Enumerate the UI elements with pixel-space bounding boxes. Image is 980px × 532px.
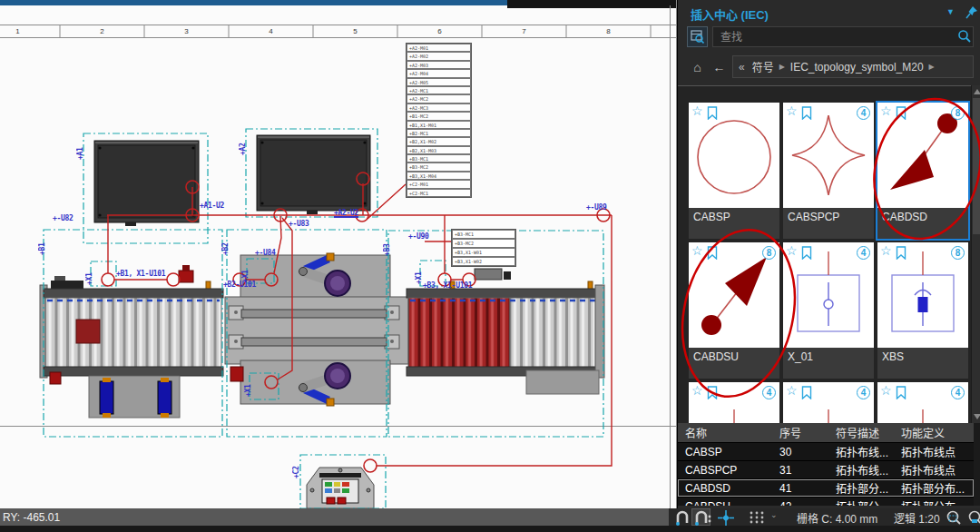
cell-name: CABDSU [678,500,772,507]
variant-count-badge: 4 [951,386,965,399]
table-row[interactable]: CABSP 30 拓扑布线... 拓扑布线点 [678,443,974,461]
chevron-down-icon[interactable]: ⌄ [770,510,778,519]
search-icon[interactable] [957,29,972,44]
symbol-tile[interactable]: ☆ 4 [783,382,874,423]
star-icon[interactable]: ☆ [691,243,703,258]
bookmark-icon[interactable] [896,106,906,120]
symbol-tile-cabdsu[interactable]: ☆ 8 CABDSU [689,242,779,379]
star-icon[interactable]: ☆ [786,243,798,258]
symbol-tile-x01[interactable]: ☆ 4 X_01 [783,242,874,379]
cell-symbol-desc: 拓扑布线... [828,444,894,459]
zoom-window-icon[interactable] [946,509,962,527]
bookmark-icon[interactable] [801,246,812,260]
drawing-canvas[interactable]: 1 2 3 4 5 6 7 8 [0,0,677,508]
scroll-down-icon[interactable] [974,414,980,419]
object-snap-icon[interactable] [673,509,691,526]
table-row[interactable]: CABSPCP 31 拓扑布线... 拓扑布线点 [678,461,974,479]
object-snap-tracking-icon[interactable] [693,509,713,526]
search-field[interactable] [712,26,974,47]
table-search-icon [691,30,704,44]
symbol-tile[interactable]: ☆ 4 [877,382,968,423]
variant-count-badge: 8 [951,106,965,120]
symbol-tile[interactable]: ☆ 4 [689,382,779,423]
variant-count-badge: 4 [857,246,870,260]
tracking-crosshair-icon[interactable] [717,509,735,527]
tag-a1u2: +A1-U2 [200,202,224,210]
breadcrumb[interactable]: « 符号 ▶ IEC_topology_symbol_M20 ▶ [732,55,974,78]
star-icon[interactable]: ☆ [691,103,703,118]
legend-row: +B1-MC2 [407,112,471,120]
tile-label: CABDSU [689,348,779,379]
search-input[interactable] [713,27,973,46]
legend-row: +B3-MC1 [407,154,471,163]
chevron-right-icon: ▶ [779,63,785,71]
symbol-tile-cabsp[interactable]: ☆ CABSP [689,103,779,239]
scrollbar-thumb[interactable] [973,98,980,234]
legend-row: +B2,X1-M03 [407,146,471,154]
chevron-down-icon[interactable]: ▼ [946,7,955,16]
bookmark-icon[interactable] [801,106,812,120]
status-bar-lower [0,526,980,532]
table-row[interactable]: CABDSU 42 拓扑部分... 拓扑部分布... [678,498,974,506]
legend-row: +B2-MC1 [407,129,471,137]
legend-row: +C2-M01 [407,180,471,188]
star-icon[interactable]: ☆ [786,103,798,118]
col-header-symbol-desc[interactable]: 符号描述 [828,425,894,440]
back-button[interactable]: ← [709,56,730,77]
zoom-extents-icon[interactable] [967,509,980,527]
variant-count-badge: 4 [857,106,870,120]
insert-center-panel: 插入中心 (IEC) ▼ ⌂ ← « 符号 ▶ IEC_topo [677,0,980,508]
tag-b1: +B1 [38,232,46,255]
col-header-name[interactable]: 名称 [678,425,772,440]
star-icon[interactable]: ☆ [880,103,892,118]
wire-row: +B3,X1-W01 [452,248,515,257]
grid-display-icon[interactable] [749,509,765,526]
table-row-selected[interactable]: CABDSD 41 拓扑部分... 拓扑部分布... [678,479,974,498]
search-filter-button[interactable] [687,26,708,47]
legend-row: +A2-M03 [407,61,471,69]
scroll-up-icon[interactable] [974,89,980,94]
tag-a2u2: +A2-U2 [334,209,358,218]
col-header-number[interactable]: 序号 [772,425,828,440]
grid-spacing-label[interactable]: 栅格 C: 4.00 mm [797,510,877,526]
legend-row: +A2-MC3 [407,103,471,112]
symbol-tile-cabdsd[interactable]: ☆ 8 CABDSD [877,103,968,239]
cell-name: CABSPCP [678,464,772,477]
bookmark-icon[interactable] [896,386,906,399]
bookmark-icon[interactable] [801,386,812,399]
bookmark-icon[interactable] [707,386,718,399]
scrollbar[interactable] [971,85,980,423]
wire-row: +B3-MC1 [452,230,515,239]
home-button[interactable]: ⌂ [687,56,708,77]
table-header-row: 名称 序号 符号描述 功能定义 [678,423,974,443]
breadcrumb-current[interactable]: IEC_topology_symbol_M20 [790,61,924,74]
star-icon[interactable]: ☆ [786,383,798,398]
scale-label[interactable]: 逻辑 1:20 [894,510,940,526]
bookmark-icon[interactable] [707,106,718,120]
coordinate-readout: RY: -465.01 [0,508,669,526]
breadcrumb-collapse-icon[interactable]: « [739,61,745,74]
breadcrumb-root[interactable]: 符号 [752,59,774,74]
cell-number: 31 [772,464,828,477]
star-icon[interactable]: ☆ [880,243,892,258]
cell-symbol-desc: 拓扑部分... [828,480,894,496]
legend-row: +A2-M05 [407,78,471,86]
variant-count-badge: 8 [762,246,776,260]
cabsp-symbol [689,103,779,208]
application-window: 1 2 3 4 5 6 7 8 [0,0,980,532]
cell-name: CABDSD [678,482,772,495]
star-icon[interactable]: ☆ [880,383,892,398]
col-header-function-def[interactable]: 功能定义 [894,425,970,440]
legend-row: +A2-MC1 [407,86,471,94]
star-icon[interactable]: ☆ [691,383,703,398]
symbol-tile-cabspcp[interactable]: ☆ 4 CABSPCP [783,103,874,239]
symbol-tile-xbs[interactable]: ☆ 8 XBS [877,242,968,379]
pin-icon[interactable] [965,5,979,21]
tag-u84: +-U84 [255,249,276,257]
legend-row: +B3-MC2 [407,163,471,171]
cell-function-def: 拓扑布线点 [894,444,970,459]
legend-row: +A2-MC2 [407,94,471,103]
tag-x1: +X1 [415,262,423,284]
bookmark-icon[interactable] [707,246,718,260]
bookmark-icon[interactable] [896,246,906,260]
